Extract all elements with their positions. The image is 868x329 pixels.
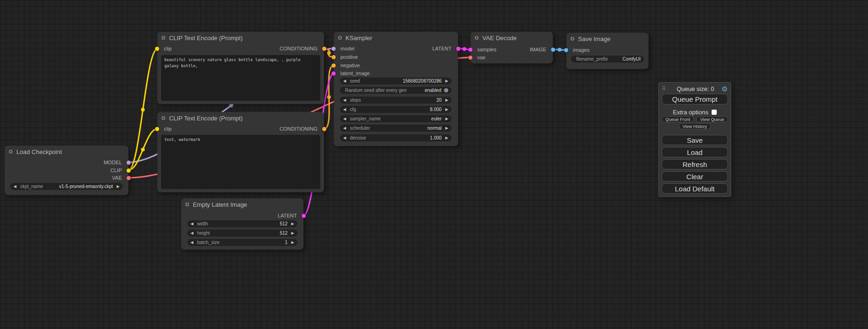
output-dot-clip[interactable] xyxy=(127,168,131,173)
decrement-icon[interactable]: ◀ xyxy=(343,106,346,113)
view-queue-button[interactable]: View Queue xyxy=(696,116,728,122)
decrement-icon[interactable]: ◀ xyxy=(343,115,346,122)
input-dot-clip[interactable] xyxy=(155,47,159,51)
output-dot-latent[interactable] xyxy=(456,47,460,51)
node-clip-text-encode-negative[interactable]: CLIP Text Encode (Prompt) clip CONDITION… xyxy=(157,112,324,192)
width-widget[interactable]: ◀ width 512 ▶ xyxy=(187,220,297,227)
output-dot-image[interactable] xyxy=(551,48,555,52)
decrement-icon[interactable]: ◀ xyxy=(191,220,193,227)
positive-prompt-textarea[interactable]: beautiful scenery nature glass bottle la… xyxy=(161,55,320,101)
random-seed-toggle-widget[interactable]: Random seed after every gen enabled xyxy=(340,87,452,94)
node-header: Load Checkpoint xyxy=(5,146,128,158)
node-title: KSampler xyxy=(346,35,372,42)
collapse-dot-icon[interactable] xyxy=(185,203,189,206)
input-dot-model[interactable] xyxy=(332,47,336,51)
height-widget[interactable]: ◀ height 512 ▶ xyxy=(187,230,297,237)
queue-panel-header: ⠿ Queue size: 0 ⚙ xyxy=(662,84,728,93)
output-label-model: MODEL xyxy=(104,160,122,165)
view-history-button[interactable]: View History xyxy=(679,123,711,129)
link-midpoint-dot xyxy=(463,47,466,51)
prev-value-icon[interactable]: ◀ xyxy=(14,183,16,190)
output-dot-conditioning[interactable] xyxy=(322,127,326,131)
filename-prefix-widget[interactable]: filename_prefix ComfyUI xyxy=(571,56,644,63)
refresh-button[interactable]: Refresh xyxy=(662,159,728,169)
increment-icon[interactable]: ▶ xyxy=(445,134,448,141)
increment-icon[interactable]: ▶ xyxy=(445,106,448,113)
widget-value: 156680208700286 xyxy=(402,78,441,84)
output-dot-vae[interactable] xyxy=(127,176,131,180)
decrement-icon[interactable]: ◀ xyxy=(191,239,193,246)
scheduler-widget[interactable]: ◀ scheduler normal ▶ xyxy=(340,125,452,132)
decrement-icon[interactable]: ◀ xyxy=(343,125,346,132)
load-button[interactable]: Load xyxy=(662,147,728,157)
node-header: Empty Latent Image xyxy=(181,198,303,210)
queue-prompt-button[interactable]: Queue Prompt xyxy=(662,94,728,105)
seed-widget[interactable]: ◀ seed 156680208700286 ▶ xyxy=(340,77,452,84)
input-label-vae: vae xyxy=(477,55,486,60)
node-save-image[interactable]: Save Image images filename_prefix ComfyU… xyxy=(566,33,649,69)
collapse-dot-icon[interactable] xyxy=(338,36,342,40)
gear-icon[interactable]: ⚙ xyxy=(722,85,728,92)
node-ksampler[interactable]: KSampler model positive negative latent_… xyxy=(334,32,458,146)
input-label-clip: clip xyxy=(164,46,172,51)
clear-button[interactable]: Clear xyxy=(662,171,728,182)
increment-icon[interactable]: ▶ xyxy=(291,230,294,237)
denoise-widget[interactable]: ◀ denoise 1.000 ▶ xyxy=(340,134,452,141)
node-title: VAE Decode xyxy=(482,35,516,42)
save-button[interactable]: Save xyxy=(662,135,728,145)
input-dot-vae[interactable] xyxy=(468,56,473,60)
input-dot-samples[interactable] xyxy=(468,48,473,52)
input-label-samples: samples xyxy=(477,47,496,52)
input-label-model: model xyxy=(340,46,354,51)
increment-icon[interactable]: ▶ xyxy=(445,97,448,104)
node-vae-decode[interactable]: VAE Decode samples vae IMAGE xyxy=(471,32,553,63)
node-empty-latent-image[interactable]: Empty Latent Image LATENT ◀ width 512 ▶ … xyxy=(181,198,303,250)
widget-value: ComfyUI xyxy=(622,56,641,62)
node-header: CLIP Text Encode (Prompt) xyxy=(157,32,324,44)
widget-value: enabled xyxy=(424,88,441,93)
batch-size-widget[interactable]: ◀ batch_size 1 ▶ xyxy=(187,239,297,246)
input-dot-negative[interactable] xyxy=(332,63,336,68)
increment-icon[interactable]: ▶ xyxy=(445,77,448,84)
link-clip-to-positive xyxy=(128,49,157,170)
cfg-widget[interactable]: ◀ cfg 8.000 ▶ xyxy=(340,106,452,113)
node-graph-canvas[interactable]: { "colors": { "model": "#B39DDB", "clip"… xyxy=(0,0,868,329)
decrement-icon[interactable]: ◀ xyxy=(191,230,193,237)
collapse-dot-icon[interactable] xyxy=(9,150,13,154)
node-load-checkpoint[interactable]: Load Checkpoint MODEL CLIP VAE ◀ ckpt_na… xyxy=(5,146,128,195)
collapse-dot-icon[interactable] xyxy=(475,36,479,40)
input-dot-clip[interactable] xyxy=(155,127,159,131)
toggle-dot[interactable] xyxy=(444,88,448,92)
ckpt-name-widget[interactable]: ◀ ckpt_name v1-5-pruned-emaonly.ckpt ▶ xyxy=(10,183,123,190)
collapse-dot-icon[interactable] xyxy=(571,37,574,41)
sampler-name-widget[interactable]: ◀ sampler_name euler ▶ xyxy=(340,115,452,122)
drag-handle-icon[interactable]: ⠿ xyxy=(662,85,669,92)
output-dot-model[interactable] xyxy=(127,161,131,165)
collapse-dot-icon[interactable] xyxy=(162,36,165,40)
increment-icon[interactable]: ▶ xyxy=(445,115,448,122)
output-dot-conditioning[interactable] xyxy=(322,47,326,51)
decrement-icon[interactable]: ◀ xyxy=(343,97,346,104)
extra-options-label: Extra options xyxy=(673,109,708,116)
negative-prompt-textarea[interactable]: text, watermark xyxy=(161,135,320,189)
next-value-icon[interactable]: ▶ xyxy=(117,183,120,190)
queue-front-button[interactable]: Queue Front xyxy=(662,116,694,122)
decrement-icon[interactable]: ◀ xyxy=(343,134,346,141)
increment-icon[interactable]: ▶ xyxy=(291,220,294,227)
decrement-icon[interactable]: ◀ xyxy=(343,77,346,84)
input-dot-images[interactable] xyxy=(564,48,568,52)
node-title: Empty Latent Image xyxy=(193,201,247,208)
widget-value: euler xyxy=(431,116,442,121)
extra-options-checkbox[interactable] xyxy=(712,110,717,115)
increment-icon[interactable]: ▶ xyxy=(291,239,294,246)
collapse-dot-icon[interactable] xyxy=(162,116,165,120)
node-clip-text-encode-positive[interactable]: CLIP Text Encode (Prompt) clip CONDITION… xyxy=(157,32,324,104)
steps-widget[interactable]: ◀ steps 20 ▶ xyxy=(340,97,452,104)
extra-options-row: Extra options xyxy=(662,109,728,115)
input-dot-positive[interactable] xyxy=(332,55,336,59)
output-label-latent: LATENT xyxy=(278,213,297,218)
load-default-button[interactable]: Load Default xyxy=(662,183,728,194)
output-dot-latent[interactable] xyxy=(302,214,306,218)
input-dot-latent-image[interactable] xyxy=(332,71,336,76)
increment-icon[interactable]: ▶ xyxy=(445,125,448,132)
